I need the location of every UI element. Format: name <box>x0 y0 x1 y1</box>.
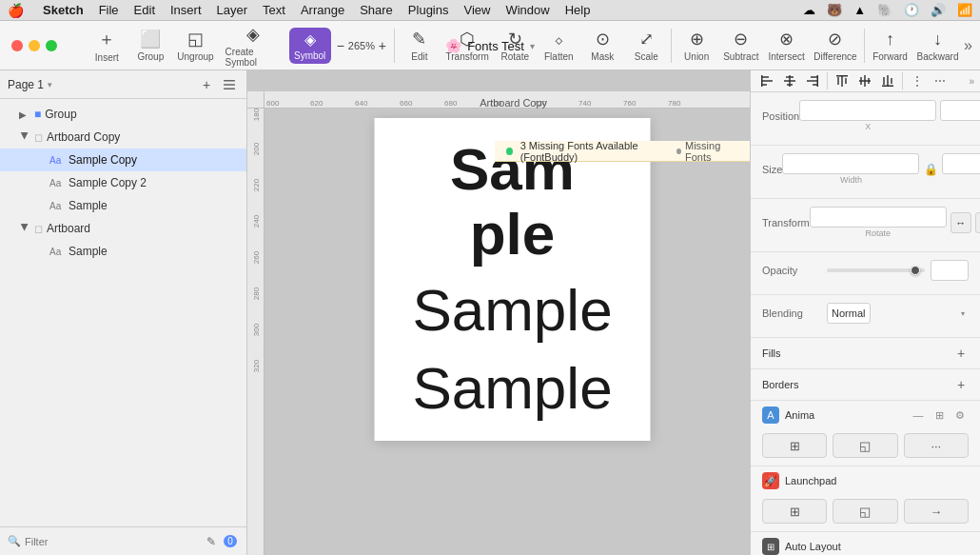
align-bottom-button[interactable] <box>877 70 898 91</box>
rotate-input[interactable] <box>810 207 947 228</box>
sample-ac-type-icon: Aa <box>49 201 65 211</box>
layer-item-group[interactable]: ▶ ■ Group <box>0 103 246 126</box>
menubar-insert[interactable]: Insert <box>170 3 202 17</box>
rotate-col: Rotate <box>810 207 947 238</box>
menubar-file[interactable]: File <box>99 3 119 17</box>
create-symbol-button[interactable]: ◈ Create Symbol <box>220 20 287 71</box>
difference-button[interactable]: ⊘ Difference <box>811 25 861 66</box>
pos-y-input[interactable] <box>940 100 980 121</box>
menubar-view[interactable]: View <box>463 3 490 17</box>
align-divider <box>827 72 828 89</box>
flatten-button[interactable]: ⬦ Flatten <box>538 26 579 66</box>
align-top-button[interactable] <box>832 70 853 91</box>
layer-artboard-name: Artboard <box>47 222 239 235</box>
menubar-arrange[interactable]: Arrange <box>301 3 344 17</box>
rotate-button[interactable]: ↻ Rotate <box>494 25 536 66</box>
size-lock-icon[interactable]: 🔒 <box>923 153 938 185</box>
menubar-window[interactable]: Window <box>505 3 549 17</box>
opacity-input[interactable] <box>931 260 969 281</box>
layer-item-artboard-copy[interactable]: ▶ ◻ Artboard Copy <box>0 126 246 149</box>
svg-rect-4 <box>761 80 773 82</box>
opacity-thumb[interactable] <box>911 266 920 275</box>
anima-btn-1[interactable]: ⊞ <box>762 433 827 458</box>
search-input[interactable] <box>25 536 199 547</box>
menubar-sketch[interactable]: Sketch <box>43 3 84 17</box>
zoom-control[interactable]: − 265% + <box>333 34 390 57</box>
svg-rect-0 <box>224 80 235 82</box>
sidebar-add-button[interactable]: + <box>197 75 216 94</box>
apple-icon[interactable]: 🍎 <box>8 3 24 18</box>
launchpad-btn-2[interactable]: ◱ <box>833 499 897 524</box>
align-center-h-button[interactable] <box>779 70 800 91</box>
page-selector[interactable]: Page 1 ▾ <box>8 78 52 91</box>
layer-item-sample-copy-2[interactable]: Aa Sample Copy 2 <box>0 171 246 194</box>
size-section: Size Width 🔒 Height <box>751 146 980 199</box>
close-button[interactable] <box>11 40 23 51</box>
menubar-share[interactable]: Share <box>360 3 393 17</box>
scale-button[interactable]: ⤢ Scale <box>625 25 667 66</box>
menubar-text[interactable]: Text <box>263 3 285 17</box>
opacity-slider[interactable] <box>827 268 925 272</box>
ungroup-button[interactable]: ◱ Ungroup <box>173 25 217 66</box>
anima-minimize-button[interactable]: — <box>910 406 927 424</box>
align-right-button[interactable] <box>802 70 823 91</box>
launchpad-plugin-header[interactable]: 🚀 Launchpad <box>751 466 980 495</box>
backward-button[interactable]: ↓ Backward <box>913 26 962 66</box>
layer-sample-copy-name: Sample Copy <box>69 153 239 167</box>
distribute-h-button[interactable]: ⋮ <box>907 70 928 91</box>
launchpad-btn-3[interactable]: → <box>904 499 969 524</box>
flip-v-button[interactable]: ↕ <box>975 212 980 233</box>
minimize-button[interactable] <box>29 40 40 51</box>
size-w-input[interactable] <box>782 153 919 174</box>
edit-button[interactable]: ✎ Edit <box>399 25 441 66</box>
anima-buttons-row: ⊞ ◱ ··· <box>762 433 969 458</box>
maximize-button[interactable] <box>46 40 57 51</box>
layer-item-artboard[interactable]: ▶ ◻ Artboard <box>0 217 246 240</box>
borders-add-button[interactable]: + <box>953 377 969 392</box>
anima-gear-button[interactable]: ⚙ <box>951 406 969 424</box>
folder-icon: ■ <box>34 108 41 121</box>
autolayout-plugin-header[interactable]: ⊞ Auto Layout <box>751 532 980 555</box>
sidebar-settings-button[interactable] <box>220 75 239 94</box>
menubar-help[interactable]: Help <box>565 3 591 17</box>
menubar-plugins[interactable]: Plugins <box>408 3 449 17</box>
anima-settings-button[interactable]: ⊞ <box>931 406 948 424</box>
canvas-area[interactable]: 3 Missing Fonts Available (FontBuddy) Mi… <box>247 70 750 555</box>
size-h-input[interactable] <box>942 153 980 174</box>
zoom-decrease-icon[interactable]: − <box>337 38 344 53</box>
ruler-corner <box>247 91 265 109</box>
pos-x-input[interactable] <box>799 100 936 121</box>
inspector: ⋮ ⋯ » Position X Y <box>750 70 980 555</box>
align-more-button[interactable]: » <box>969 75 974 87</box>
layer-item-sample-copy[interactable]: Aa Sample Copy <box>0 149 246 171</box>
zoom-increase-icon[interactable]: + <box>379 38 386 53</box>
fills-add-button[interactable]: + <box>953 346 969 361</box>
anima-plugin-header[interactable]: A Anima — ⊞ ⚙ <box>751 401 980 429</box>
align-center-v-button[interactable] <box>854 70 875 91</box>
layer-item-sample-a[interactable]: Aa Sample <box>0 240 246 263</box>
menubar-edit[interactable]: Edit <box>134 3 155 17</box>
anima-btn-3[interactable]: ··· <box>904 433 969 458</box>
anima-btn-2[interactable]: ◱ <box>833 433 897 458</box>
toolbar-more[interactable]: » <box>964 37 972 54</box>
group-button[interactable]: ⬜ Group <box>129 25 171 66</box>
artboard[interactable]: Sam ple Sample Sample <box>375 118 651 441</box>
blending-select[interactable]: Normal <box>827 303 871 324</box>
intersect-button[interactable]: ⊗ Intersect <box>764 25 808 66</box>
search-filter-button[interactable]: 0 <box>222 533 239 550</box>
distribute-v-button[interactable]: ⋯ <box>930 70 951 91</box>
forward-button[interactable]: ↑ Forward <box>869 26 911 66</box>
transform-button[interactable]: ⬡ Transform <box>442 25 492 66</box>
subtract-button[interactable]: ⊖ Subtract <box>719 25 762 66</box>
union-button[interactable]: ⊕ Union <box>676 25 717 66</box>
launchpad-btn-1[interactable]: ⊞ <box>762 499 827 524</box>
flip-h-button[interactable]: ↔ <box>951 212 971 233</box>
menubar-layer[interactable]: Layer <box>217 3 248 17</box>
align-left-button[interactable] <box>756 70 777 91</box>
rotate-label: Rotate <box>810 228 947 238</box>
mask-button[interactable]: ⊙ Mask <box>581 25 623 66</box>
symbol-button[interactable]: ◈ Symbol <box>289 28 331 64</box>
layer-item-sample-ac[interactable]: Aa Sample <box>0 194 246 217</box>
insert-button[interactable]: ＋ Insert <box>86 24 127 67</box>
search-pencil-button[interactable]: ✎ <box>203 533 220 550</box>
